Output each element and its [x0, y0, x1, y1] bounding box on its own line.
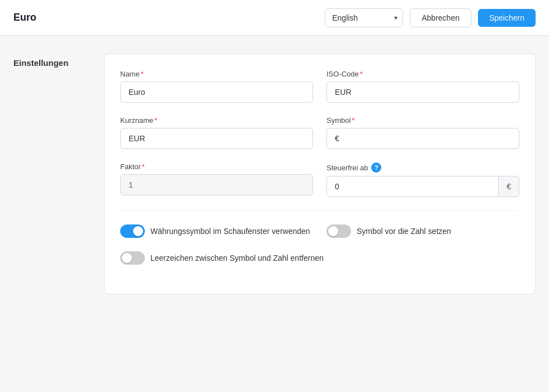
toggle-thumb-3	[122, 253, 132, 263]
toggle-leerzeichen[interactable]	[120, 251, 145, 265]
language-select[interactable]: English Deutsch Français Español	[325, 8, 403, 27]
cancel-button[interactable]: Abbrechen	[410, 8, 471, 27]
iso-group: ISO-Code*	[326, 70, 519, 103]
iso-required: *	[360, 70, 363, 78]
toggle-label-2: Symbol vor die Zahl setzen	[357, 227, 451, 236]
symbol-input[interactable]	[326, 128, 519, 149]
kurzname-required: *	[154, 116, 157, 125]
language-selector-wrapper: English Deutsch Français Español ▾	[325, 8, 403, 27]
symbol-required: *	[352, 116, 354, 125]
section-label: Einstellungen	[13, 54, 86, 294]
iso-input[interactable]	[326, 82, 519, 103]
name-required: *	[141, 70, 144, 78]
settings-card: Name* ISO-Code* Kurzname* Symbo	[104, 54, 536, 294]
toggle-label-1: Währungssymbol im Schaufenster verwenden	[150, 227, 310, 236]
toggle-item-3: Leerzeichen zwischen Symbol und Zahl ent…	[120, 251, 519, 265]
name-label: Name*	[120, 70, 313, 78]
faktor-required: *	[142, 162, 145, 171]
name-input[interactable]	[120, 82, 313, 103]
toggle-row-1: Währungssymbol im Schaufenster verwenden…	[120, 224, 519, 238]
kurzname-label: Kurzname*	[120, 116, 313, 125]
toggle-item-2: Symbol vor die Zahl setzen	[326, 224, 519, 238]
faktor-group: Faktor*	[120, 162, 313, 197]
faktor-label: Faktor*	[120, 162, 313, 171]
toggle-symbol-vor-zahl[interactable]	[326, 224, 351, 238]
iso-label: ISO-Code*	[326, 70, 519, 78]
steuerfrei-group: Steuerfrei ab ? €	[326, 162, 519, 197]
toggle-thumb-1	[133, 226, 143, 236]
toggle-track-1[interactable]	[120, 224, 145, 238]
form-row-faktor-steuerfrei: Faktor* Steuerfrei ab ? €	[120, 162, 519, 197]
page-title: Euro	[13, 12, 36, 23]
toggle-track-3[interactable]	[120, 251, 145, 265]
form-row-name-iso: Name* ISO-Code*	[120, 70, 519, 103]
name-group: Name*	[120, 70, 313, 103]
steuerfrei-input-wrapper: €	[326, 176, 519, 197]
help-icon[interactable]: ?	[371, 162, 381, 173]
save-button[interactable]: Speichern	[478, 9, 536, 27]
main-content: Einstellungen Name* ISO-Code* Kurzname*	[0, 36, 549, 312]
header: Euro English Deutsch Français Español ▾ …	[0, 0, 549, 36]
toggle-label-3: Leerzeichen zwischen Symbol und Zahl ent…	[150, 254, 324, 262]
symbol-label: Symbol*	[326, 116, 519, 125]
steuerfrei-input[interactable]	[327, 176, 498, 197]
kurzname-input[interactable]	[120, 128, 313, 149]
symbol-group: Symbol*	[326, 116, 519, 149]
toggle-row-2: Leerzeichen zwischen Symbol und Zahl ent…	[120, 251, 519, 265]
faktor-input[interactable]	[120, 174, 313, 195]
toggle-track-2[interactable]	[326, 224, 351, 238]
toggle-item-1: Währungssymbol im Schaufenster verwenden	[120, 224, 313, 238]
steuerfrei-label: Steuerfrei ab	[326, 164, 368, 172]
toggle-waehrung[interactable]	[120, 224, 145, 238]
header-actions: English Deutsch Français Español ▾ Abbre…	[325, 8, 536, 27]
form-row-kurzname-symbol: Kurzname* Symbol*	[120, 116, 519, 149]
kurzname-group: Kurzname*	[120, 116, 313, 149]
toggle-thumb-2	[328, 226, 338, 236]
steuerfrei-label-row: Steuerfrei ab ?	[326, 162, 519, 173]
divider	[120, 211, 519, 211]
steuerfrei-suffix: €	[498, 176, 519, 197]
